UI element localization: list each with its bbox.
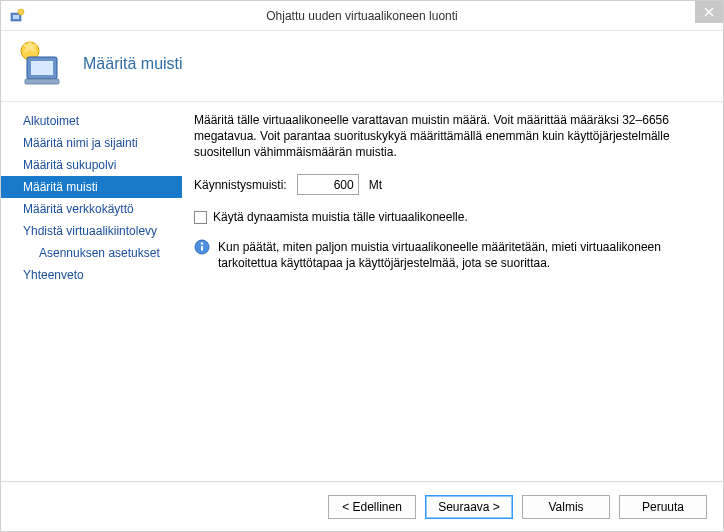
previous-button[interactable]: < Edellinen — [328, 495, 416, 519]
next-button[interactable]: Seuraava > — [425, 495, 513, 519]
memory-description: Määritä tälle virtuaalikoneelle varattav… — [194, 112, 705, 160]
svg-point-11 — [201, 242, 203, 244]
dynamic-memory-row[interactable]: Käytä dynaamista muistia tälle virtuaali… — [194, 209, 705, 225]
info-icon — [194, 239, 210, 255]
wizard-window: Ohjattu uuden virtuaalikoneen luonti Mää… — [0, 0, 724, 532]
sidebar-item-step-0[interactable]: Alkutoimet — [1, 110, 182, 132]
sidebar-item-step-7[interactable]: Yhteenveto — [1, 264, 182, 286]
svg-rect-9 — [25, 79, 59, 84]
sidebar-item-step-5[interactable]: Yhdistä virtuaalikiintolevy — [1, 220, 182, 242]
svg-rect-8 — [31, 61, 53, 75]
close-button[interactable] — [695, 1, 723, 23]
sidebar-item-step-3[interactable]: Määritä muisti — [1, 176, 182, 198]
sidebar-item-step-2[interactable]: Määritä sukupolvi — [1, 154, 182, 176]
wizard-steps-sidebar: AlkutoimetMääritä nimi ja sijaintiMäärit… — [1, 102, 182, 481]
info-note: Kun päätät, miten paljon muistia virtuaa… — [194, 239, 705, 271]
svg-point-2 — [18, 9, 24, 15]
svg-rect-1 — [13, 15, 19, 19]
dynamic-memory-label: Käytä dynaamista muistia tälle virtuaali… — [213, 209, 468, 225]
startup-memory-input[interactable] — [297, 174, 359, 195]
info-text: Kun päätät, miten paljon muistia virtuaa… — [218, 239, 705, 271]
dynamic-memory-checkbox[interactable] — [194, 211, 207, 224]
finish-button[interactable]: Valmis — [522, 495, 610, 519]
wizard-footer: < Edellinen Seuraava > Valmis Peruuta — [1, 481, 723, 531]
sidebar-item-step-6[interactable]: Asennuksen asetukset — [1, 242, 182, 264]
startup-memory-label: Käynnistysmuisti: — [194, 177, 287, 193]
page-title: Määritä muisti — [83, 55, 183, 73]
startup-memory-row: Käynnistysmuisti: Mt — [194, 174, 705, 195]
sidebar-item-step-1[interactable]: Määritä nimi ja sijainti — [1, 132, 182, 154]
svg-rect-12 — [201, 246, 203, 251]
wizard-header-icon — [15, 39, 65, 89]
app-icon — [9, 8, 25, 24]
titlebar: Ohjattu uuden virtuaalikoneen luonti — [1, 1, 723, 31]
cancel-button[interactable]: Peruuta — [619, 495, 707, 519]
wizard-main-panel: Määritä tälle virtuaalikoneelle varattav… — [182, 102, 723, 481]
memory-unit: Mt — [369, 177, 382, 193]
wizard-header: Määritä muisti — [1, 31, 723, 101]
window-title: Ohjattu uuden virtuaalikoneen luonti — [1, 9, 723, 23]
sidebar-item-step-4[interactable]: Määritä verkkokäyttö — [1, 198, 182, 220]
wizard-body: AlkutoimetMääritä nimi ja sijaintiMäärit… — [1, 101, 723, 481]
